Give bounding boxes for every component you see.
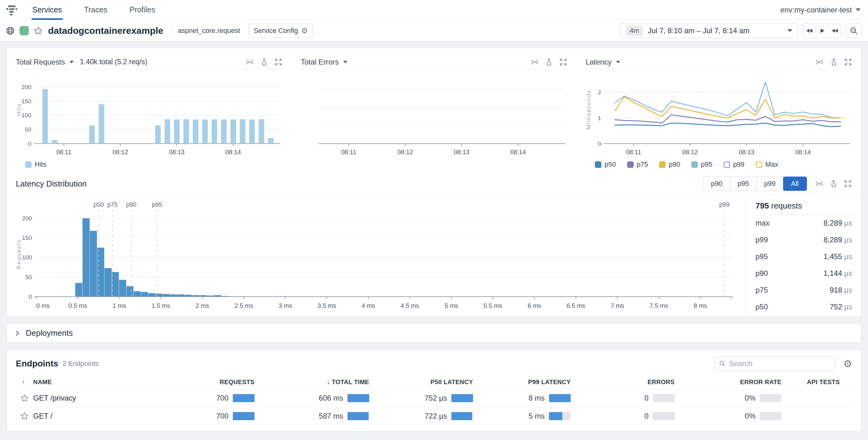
latency-legend: p50p75p90p95p99Max: [595, 160, 852, 169]
endpoint-name-link[interactable]: GET /privacy: [33, 394, 204, 403]
column-header-p99-latency[interactable]: P99 LATENCY: [473, 379, 571, 386]
legend-label: Max: [765, 160, 778, 169]
live-search-icon[interactable]: [530, 58, 539, 66]
svg-text:200: 200: [22, 215, 32, 222]
svg-text:6.5 ms: 6.5 ms: [567, 302, 585, 309]
service-config-label: Service Config: [254, 27, 298, 35]
sort-desc-icon[interactable]: ↓: [327, 379, 330, 386]
column-header-error-rate[interactable]: ERROR RATE: [675, 379, 781, 386]
export-icon[interactable]: [260, 58, 269, 66]
svg-text:2 ms: 2 ms: [196, 302, 209, 309]
favorite-star-button[interactable]: [16, 412, 33, 420]
zoom-out-button[interactable]: [846, 23, 862, 38]
service-header: datadogcontainerexample aspnet_core.requ…: [0, 20, 868, 41]
legend-item-p95[interactable]: p95: [691, 160, 712, 169]
env-filter-dropdown[interactable]: env:my-container-test: [780, 6, 861, 14]
column-header-errors[interactable]: ERRORS: [571, 379, 675, 386]
metric-bar: [233, 394, 254, 402]
legend-item-hits[interactable]: Hits: [25, 160, 46, 169]
summary-label: p75: [755, 286, 768, 294]
latency-panel: Latency 01208:1108:1208:1308:14Milliseco…: [586, 55, 852, 169]
svg-text:0: 0: [28, 141, 31, 147]
metric-bar: [452, 394, 473, 402]
favorite-star-button[interactable]: [16, 394, 33, 403]
column-header-p50-latency[interactable]: P50 LATENCY: [369, 379, 473, 386]
live-search-icon[interactable]: [815, 179, 824, 188]
cell-value: 752 µs: [424, 394, 447, 403]
page-title: datadogcontainerexample: [48, 25, 163, 36]
column-header-total-time[interactable]: ↓TOTAL TIME: [254, 379, 369, 386]
requests-count-suffix: requests: [769, 201, 802, 210]
percentile-summary-rows: max8,289 µsp998,289 µsp951,455 µsp901,14…: [755, 215, 852, 317]
expand-icon[interactable]: [844, 58, 852, 66]
summary-row-p99: p998,289 µs: [755, 232, 852, 248]
percentile-button-p95[interactable]: p95: [730, 177, 757, 191]
chevron-down-icon[interactable]: [616, 61, 620, 63]
legend-item-p90[interactable]: p90: [659, 160, 680, 169]
svg-text:100: 100: [21, 112, 31, 119]
legend-item-p50[interactable]: p50: [595, 160, 616, 169]
live-search-icon[interactable]: [246, 58, 254, 66]
chevron-down-icon[interactable]: [69, 61, 74, 63]
cell-value: 8 ms: [529, 394, 545, 403]
total-errors-title[interactable]: Total Errors: [301, 58, 339, 66]
duration-badge: 4m: [626, 25, 643, 36]
time-play-button[interactable]: [816, 24, 828, 38]
legend-item-p75[interactable]: p75: [627, 160, 648, 169]
summary-row-p90: p901,144 µs: [755, 265, 852, 282]
search-input[interactable]: [729, 359, 831, 368]
tab-services[interactable]: Services: [32, 0, 63, 20]
endpoints-section: Endpoints 2 Endpoints ⚙ ↑NAMEREQUESTS↓TO…: [7, 349, 861, 431]
nav-tabs: ServicesTracesProfiles: [32, 0, 156, 20]
svg-text:2.5 ms: 2.5 ms: [235, 302, 253, 309]
tab-profiles[interactable]: Profiles: [129, 0, 156, 20]
table-settings-gear-icon[interactable]: ⚙: [843, 359, 852, 369]
favorite-star-icon[interactable]: [33, 26, 43, 35]
live-search-icon[interactable]: [815, 58, 824, 66]
legend-swatch: [627, 162, 633, 168]
total-requests-title[interactable]: Total Requests: [16, 58, 65, 66]
percentile-button-p90[interactable]: p90: [703, 177, 730, 191]
time-forward-button[interactable]: [828, 24, 841, 38]
column-header-requests[interactable]: REQUESTS: [204, 379, 254, 386]
latency-chart[interactable]: 01208:1108:1208:1308:14Milliseconds: [586, 69, 852, 157]
svg-text:Hits: Hits: [16, 103, 22, 116]
latency-distribution-header: Latency Distribution p90p95p99All: [7, 173, 861, 195]
metric-bar: [653, 394, 675, 402]
export-icon[interactable]: [545, 58, 553, 66]
expand-icon[interactable]: [274, 58, 283, 66]
legend-swatch: [25, 162, 32, 168]
endpoint-name-link[interactable]: GET /: [33, 412, 204, 420]
latency-distribution-chart[interactable]: 050100150200p50p75p90p95p990 ms0.5 ms1 m…: [16, 198, 735, 317]
sort-asc-icon[interactable]: ↑: [22, 379, 25, 386]
percentile-button-p99[interactable]: p99: [757, 177, 783, 191]
endpoints-table-header: ↑NAMEREQUESTS↓TOTAL TIMEP50 LATENCYP99 L…: [16, 375, 852, 389]
export-icon[interactable]: [830, 58, 838, 66]
legend-item-p99[interactable]: p99: [723, 160, 745, 169]
expand-icon[interactable]: [843, 179, 852, 188]
tab-traces[interactable]: Traces: [83, 0, 108, 20]
total-requests-chart[interactable]: 05010015020008:1108:1208:1308:14Hits: [16, 69, 283, 157]
total-errors-chart[interactable]: 08:1108:1208:1308:14: [301, 69, 568, 157]
column-header-name[interactable]: NAME: [33, 379, 204, 386]
time-back-button[interactable]: [803, 24, 816, 38]
service-config-button[interactable]: Service Config ⚙: [248, 24, 313, 38]
svg-text:50: 50: [25, 126, 31, 133]
chevron-down-icon[interactable]: [343, 61, 347, 63]
latency-distribution-title: Latency Distribution: [16, 179, 87, 189]
deployments-section[interactable]: Deployments: [7, 324, 861, 343]
metric-bar: [347, 412, 369, 420]
column-header-favorite[interactable]: ↑: [16, 379, 33, 386]
legend-item-max[interactable]: Max: [756, 160, 778, 169]
summary-row-p95: p951,455 µs: [755, 248, 852, 265]
cell-p99: 5 ms: [473, 412, 571, 420]
latency-title[interactable]: Latency: [586, 58, 612, 66]
time-range-picker[interactable]: 4m Jul 7, 8:10 am – Jul 7, 8:14 am: [620, 23, 798, 38]
datadog-bits-icon[interactable]: [6, 4, 18, 16]
export-icon[interactable]: [829, 179, 838, 188]
column-header-api-tests[interactable]: API TESTS: [781, 379, 852, 386]
expand-icon[interactable]: [559, 58, 568, 66]
cell-value: 0: [645, 412, 649, 420]
percentile-button-all[interactable]: All: [783, 177, 807, 191]
svg-text:p75: p75: [107, 201, 118, 208]
